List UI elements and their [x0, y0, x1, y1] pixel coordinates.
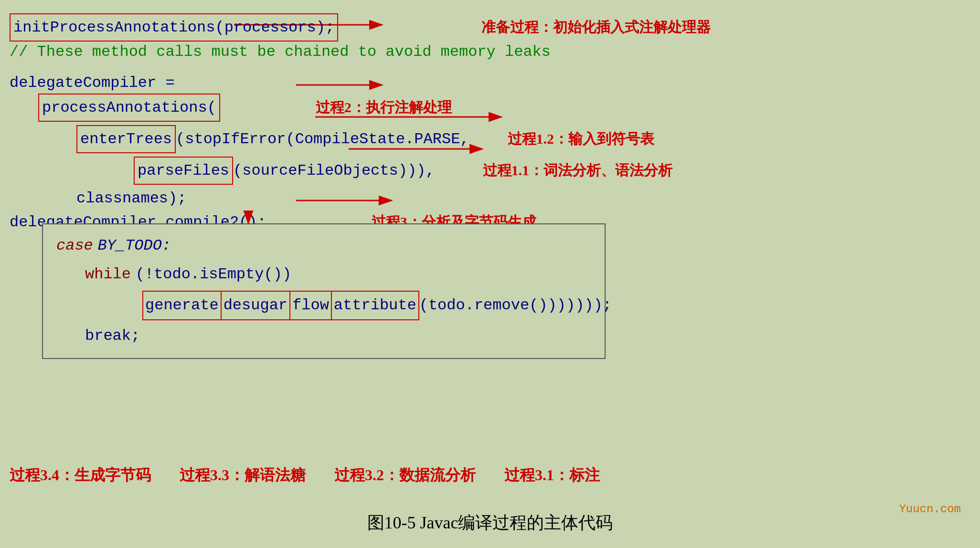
break-keyword: break; — [85, 327, 140, 345]
while-rest: (!todo.isEmpty()) — [136, 265, 291, 283]
process-annotations-text: processAnnotations( — [42, 99, 216, 116]
enter-trees-text: enterTrees — [80, 130, 172, 148]
enter-trees-rest: (stopIfError(CompileState.PARSE, — [176, 127, 469, 151]
watermark-text: Yuucn.com — [899, 503, 961, 516]
break-line: break; — [85, 323, 591, 349]
parse-files-box: parseFiles — [134, 157, 233, 185]
watermark: Yuucn.com — [899, 503, 961, 516]
generate-line: generate desugar flow attribute (todo.re… — [142, 291, 591, 320]
classnames-line: classnames); — [76, 186, 186, 211]
enter-trees-box: enterTrees — [76, 125, 176, 153]
process-ann-row: processAnnotations( 过程2：执行注解处理 — [38, 94, 452, 122]
init-process-box: initProcessAnnotations(processors); — [10, 13, 338, 42]
annotation2: 过程2：执行注解处理 — [316, 98, 452, 117]
case-keyword: case — [56, 237, 93, 254]
process-annotations-box: processAnnotations( — [38, 94, 220, 122]
parse-files-row: parseFiles (sourceFileObjects))), 过程1.1：… — [134, 157, 672, 185]
todo-remove-rest: (todo.remove())))))); — [419, 293, 612, 318]
annotation3: 过程1.2：输入到符号表 — [508, 129, 655, 149]
delegate-assign: delegateCompiler = — [10, 74, 175, 92]
label-3-4: 过程3.4：生成字节码 — [10, 465, 151, 486]
label-3-1: 过程3.1：标注 — [504, 465, 600, 486]
annotation1: 准备过程：初始化插入式注解处理器 — [481, 18, 711, 37]
caption: 图10-5 Javac编译过程的主体代码 — [367, 511, 613, 535]
comment-text: // These method calls must be chained to… — [10, 43, 551, 61]
delegate-line: delegateCompiler = — [10, 71, 175, 95]
subprocess-box: case BY_TODO: while (!todo.isEmpty()) ge… — [42, 223, 606, 359]
while-line: while (!todo.isEmpty()) — [85, 262, 591, 287]
attribute-box: attribute — [332, 291, 419, 320]
comment-line: // These method calls must be chained to… — [10, 43, 551, 61]
annotation4: 过程1.1：词法分析、语法分析 — [483, 161, 673, 180]
line1-row: initProcessAnnotations(processors); 准备过程… — [10, 13, 711, 42]
label-3-2: 过程3.2：数据流分析 — [334, 465, 476, 486]
init-process-code: initProcessAnnotations(processors); — [13, 19, 334, 36]
caption-text: 图10-5 Javac编译过程的主体代码 — [367, 513, 613, 532]
main-container: initProcessAnnotations(processors); 准备过程… — [0, 0, 980, 548]
flow-box: flow — [290, 291, 332, 320]
parse-files-rest: (sourceFileObjects))), — [233, 158, 435, 183]
desugar-box: desugar — [222, 291, 290, 320]
parse-files-text: parseFiles — [138, 162, 229, 179]
case-value: BY_TODO: — [97, 237, 171, 254]
label-3-3: 过程3.3：解语法糖 — [180, 465, 306, 486]
generate-box: generate — [142, 291, 222, 320]
case-line: case BY_TODO: — [56, 233, 591, 259]
bottom-labels-row: 过程3.4：生成字节码 过程3.3：解语法糖 过程3.2：数据流分析 过程3.1… — [10, 465, 600, 486]
enter-trees-row: enterTrees (stopIfError(CompileState.PAR… — [76, 125, 654, 153]
while-keyword: while — [85, 265, 131, 283]
classnames-text: classnames); — [76, 190, 186, 207]
